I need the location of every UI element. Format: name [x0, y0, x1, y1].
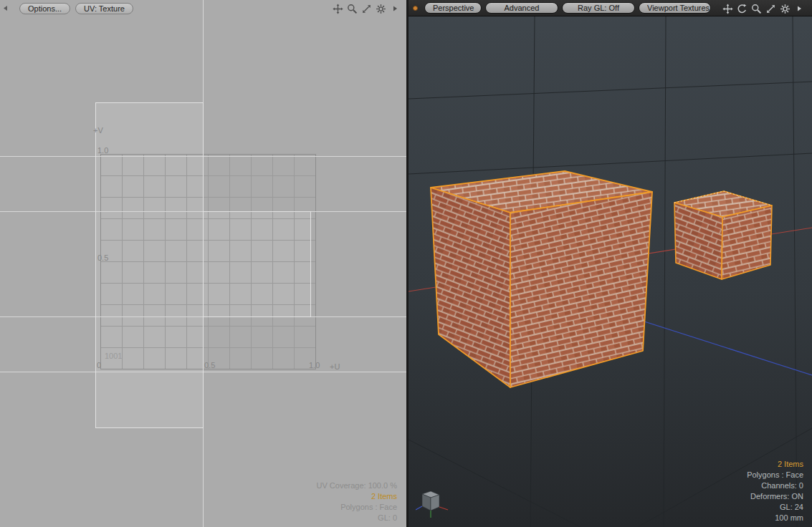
zoom-icon[interactable]: [346, 3, 358, 14]
pan-icon[interactable]: [722, 3, 733, 14]
options-button[interactable]: Options...: [19, 3, 70, 14]
uv-toolbar: Options... UV: Texture: [0, 0, 406, 16]
polygons-mode: Polygons : Face: [747, 470, 803, 480]
application-window: +V 1.0 0.5 1001 0 0.5 1.0 +U Options... …: [0, 0, 812, 527]
viewport-textures-button[interactable]: Viewport Textures: [639, 2, 711, 14]
shading-mode-button[interactable]: Advanced: [485, 2, 558, 14]
channels-count: Channels: 0: [747, 480, 803, 491]
viewport-toolbar: Perspective Advanced Ray GL: Off Viewpor…: [409, 0, 812, 16]
flyout-arrow-icon[interactable]: [793, 3, 805, 14]
ray-gl-button[interactable]: Ray GL: Off: [562, 2, 635, 14]
uv-fine-grid: [100, 154, 315, 369]
brick-cube-small[interactable]: [674, 191, 772, 279]
pan-icon[interactable]: [332, 3, 343, 14]
gl-count: GL: 24: [747, 502, 803, 513]
uv-editor-panel: +V 1.0 0.5 1001 0 0.5 1.0 +U Options... …: [0, 0, 406, 527]
uv-polygons-mode: Polygons : Face: [316, 502, 397, 513]
viewport-3d-canvas: [409, 0, 812, 527]
perspective-view-button[interactable]: Perspective: [424, 2, 482, 14]
uv-texture-button[interactable]: UV: Texture: [75, 3, 133, 14]
deformers-state: Deformers: ON: [747, 491, 803, 502]
gizmo-z-axis: [416, 506, 422, 510]
uv-items-count: 2 Items: [316, 491, 397, 502]
uv-viewport-controls: [332, 3, 401, 14]
perspective-viewport-panel: Perspective Advanced Ray GL: Off Viewpor…: [409, 0, 812, 527]
uv-coverage-status: UV Coverage: 100.0 %: [316, 480, 397, 491]
v-tick-05: 0.5: [97, 253, 108, 262]
viewport-controls: [722, 3, 805, 14]
u-tick-05: 0.5: [204, 361, 215, 369]
maximize-icon[interactable]: [765, 3, 776, 14]
gear-icon[interactable]: [375, 3, 386, 14]
axis-gizmo: [416, 488, 449, 518]
uv-gl-count: GL: 0: [316, 513, 397, 523]
maximize-icon[interactable]: [360, 3, 372, 14]
udim-tile-label: 1001: [105, 352, 122, 360]
v-axis-label: +V: [93, 126, 103, 135]
viewport-menu-dot-icon[interactable]: [413, 6, 418, 11]
viewport-status-readout: 2 Items Polygons : Face Channels: 0 Defo…: [747, 459, 803, 523]
grid-scale: 100 mm: [747, 513, 803, 523]
uv-grid-canvas: +V 1.0 0.5 1001 0 0.5 1.0 +U: [0, 0, 406, 527]
uv-status-readout: UV Coverage: 100.0 % 2 Items Polygons : …: [316, 480, 397, 523]
flyout-arrow-icon[interactable]: [389, 3, 401, 14]
v-tick-1: 1.0: [97, 146, 108, 155]
panel-collapse-icon[interactable]: [2, 5, 9, 12]
items-count: 2 Items: [747, 459, 803, 470]
origin-label: 0: [97, 361, 101, 369]
gear-icon[interactable]: [779, 3, 790, 14]
u-tick-1: 1.0: [309, 361, 320, 369]
gizmo-x-axis: [439, 507, 448, 510]
zoom-icon[interactable]: [750, 3, 762, 14]
u-axis-label: +U: [330, 362, 340, 371]
rotate-icon[interactable]: [736, 3, 747, 14]
